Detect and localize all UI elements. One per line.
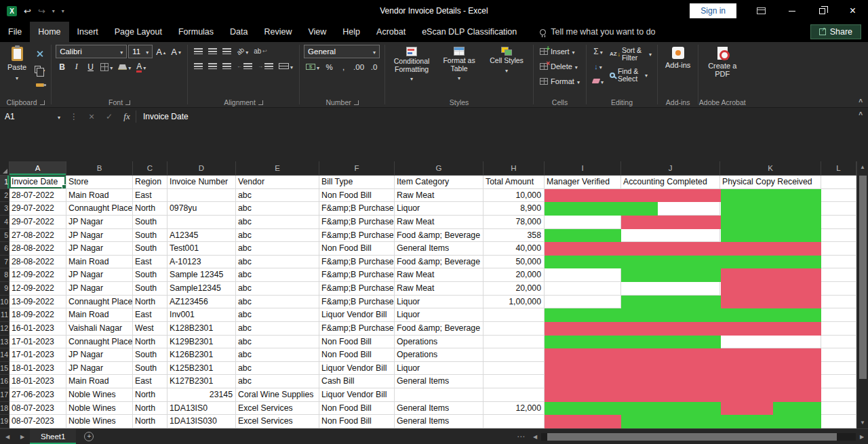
- tab-acrobat[interactable]: Acrobat: [368, 22, 414, 42]
- cell-E9[interactable]: abc: [236, 282, 319, 296]
- column-header-H[interactable]: H: [484, 161, 545, 176]
- cell-D19[interactable]: 1DA13IS030: [167, 415, 236, 428]
- cell-A14[interactable]: 17-01-2023: [9, 348, 66, 362]
- number-format-select[interactable]: General: [304, 45, 380, 58]
- cell-G3[interactable]: Liquor: [395, 202, 484, 216]
- cell-D18[interactable]: 1DA13IS0: [167, 402, 236, 416]
- cell-L5[interactable]: [821, 229, 856, 243]
- cell-G12[interactable]: Food &amp; Beverage: [395, 322, 484, 336]
- cell-G17[interactable]: [395, 388, 484, 402]
- formula-bar-input[interactable]: Invoice Date: [136, 112, 189, 121]
- cell-B17[interactable]: Noble Wines: [66, 388, 133, 402]
- column-header-C[interactable]: C: [133, 161, 167, 176]
- cell-A12[interactable]: 16-01-2023: [9, 322, 66, 336]
- cell-C8[interactable]: South: [133, 268, 167, 282]
- column-header-B[interactable]: B: [66, 161, 133, 176]
- cell-L4[interactable]: [821, 216, 856, 229]
- cell-I10[interactable]: [545, 296, 621, 309]
- cell-D2[interactable]: [167, 189, 236, 203]
- column-header-E[interactable]: E: [236, 161, 319, 176]
- row-header-3[interactable]: 3: [0, 202, 9, 216]
- cell-F12[interactable]: F&amp;B Purchase: [319, 322, 395, 336]
- cell-C18[interactable]: North: [133, 402, 167, 416]
- sheet-prev-button[interactable]: [0, 434, 15, 440]
- cell-B11[interactable]: Main Road: [66, 308, 133, 322]
- cell-L16[interactable]: [821, 375, 856, 388]
- accounting-format-button[interactable]: [304, 60, 321, 73]
- cell-C3[interactable]: North: [133, 202, 167, 216]
- number-dialog-launcher-icon[interactable]: [354, 100, 359, 105]
- cell-B5[interactable]: JP Nagar: [66, 229, 133, 243]
- cancel-entry-button[interactable]: [83, 108, 100, 125]
- column-header-I[interactable]: I: [545, 161, 621, 176]
- cell-E7[interactable]: abc: [236, 256, 319, 269]
- font-name-select[interactable]: Calibri: [56, 45, 127, 58]
- cell-H5[interactable]: 358: [484, 229, 545, 243]
- row-header-6[interactable]: 6: [0, 242, 9, 256]
- cell-C5[interactable]: South: [133, 229, 167, 243]
- format-painter-button[interactable]: [33, 79, 47, 92]
- cell-H15[interactable]: [484, 362, 545, 376]
- cell-D8[interactable]: Sample 12345: [167, 268, 236, 282]
- cell-styles-button[interactable]: Cell Styles: [484, 45, 529, 75]
- scroll-right-button[interactable]: [856, 434, 868, 440]
- alignment-dialog-launcher-icon[interactable]: [258, 100, 263, 105]
- cell-F17[interactable]: Liquor Vendor Bill: [319, 388, 395, 402]
- row-header-15[interactable]: 15: [0, 362, 9, 376]
- cell-E13[interactable]: abc: [236, 336, 319, 349]
- cell-F13[interactable]: Non Food Bill: [319, 336, 395, 349]
- cell-G14[interactable]: Operations: [395, 348, 484, 362]
- row-header-19[interactable]: 19: [0, 415, 9, 428]
- cell-E15[interactable]: abc: [236, 362, 319, 376]
- tab-escan-dlp-classification[interactable]: eScan DLP Classification: [414, 22, 525, 42]
- column-header-J[interactable]: J: [621, 161, 720, 176]
- cell-L17[interactable]: [821, 388, 856, 402]
- cell-I8[interactable]: [545, 268, 621, 282]
- cell-L7[interactable]: [821, 256, 856, 269]
- clear-button[interactable]: [591, 75, 606, 87]
- row-header-7[interactable]: 7: [0, 256, 9, 269]
- tab-home[interactable]: Home: [30, 22, 68, 42]
- tab-page-layout[interactable]: Page Layout: [106, 22, 170, 42]
- format-cells-button[interactable]: Format: [538, 75, 582, 87]
- cell-B16[interactable]: Main Road: [66, 375, 133, 388]
- borders-button[interactable]: [98, 60, 115, 73]
- cell-L9[interactable]: [821, 282, 856, 296]
- format-as-table-button[interactable]: Format as Table: [437, 45, 481, 83]
- cell-G16[interactable]: General Items: [395, 375, 484, 388]
- redo-button[interactable]: ↪: [38, 6, 45, 16]
- percent-style-button[interactable]: %: [323, 60, 336, 73]
- collapse-formula-bar-button[interactable]: [859, 111, 863, 119]
- cell-D9[interactable]: Sample12345: [167, 282, 236, 296]
- scroll-left-button[interactable]: [529, 434, 541, 440]
- cell-E14[interactable]: abc: [236, 348, 319, 362]
- cell-H6[interactable]: 40,000: [484, 242, 545, 256]
- delete-cells-button[interactable]: Delete: [538, 60, 582, 73]
- cell-E6[interactable]: abc: [236, 242, 319, 256]
- cell-G4[interactable]: Raw Meat: [395, 216, 484, 229]
- cell-H12[interactable]: [484, 322, 545, 336]
- clipboard-dialog-launcher-icon[interactable]: [40, 100, 45, 105]
- bold-button[interactable]: B: [56, 60, 68, 73]
- column-header-D[interactable]: D: [167, 161, 236, 176]
- font-color-button[interactable]: A: [134, 60, 148, 73]
- cell-A16[interactable]: 18-01-2023: [9, 375, 66, 388]
- cell-A4[interactable]: 29-07-2022: [9, 216, 66, 229]
- cell-B7[interactable]: Main Road: [66, 256, 133, 269]
- cell-H10[interactable]: 1,00,000: [484, 296, 545, 309]
- cell-E3[interactable]: abc: [236, 202, 319, 216]
- decrease-indent-button[interactable]: ←: [235, 60, 254, 73]
- cell-L1[interactable]: [821, 176, 856, 189]
- row-header-8[interactable]: 8: [0, 268, 9, 282]
- cell-D5[interactable]: A12345: [167, 229, 236, 243]
- comma-style-button[interactable]: ,: [337, 60, 350, 73]
- bottom-align-button[interactable]: [220, 45, 233, 58]
- increase-indent-button[interactable]: →: [256, 60, 275, 73]
- cell-C7[interactable]: East: [133, 256, 167, 269]
- top-align-button[interactable]: [192, 45, 205, 58]
- ribbon-display-options-button[interactable]: [746, 0, 776, 22]
- cell-B9[interactable]: JP Nagar: [66, 282, 133, 296]
- cell-C16[interactable]: East: [133, 375, 167, 388]
- cell-L11[interactable]: [821, 308, 856, 322]
- cell-J9[interactable]: [621, 282, 720, 296]
